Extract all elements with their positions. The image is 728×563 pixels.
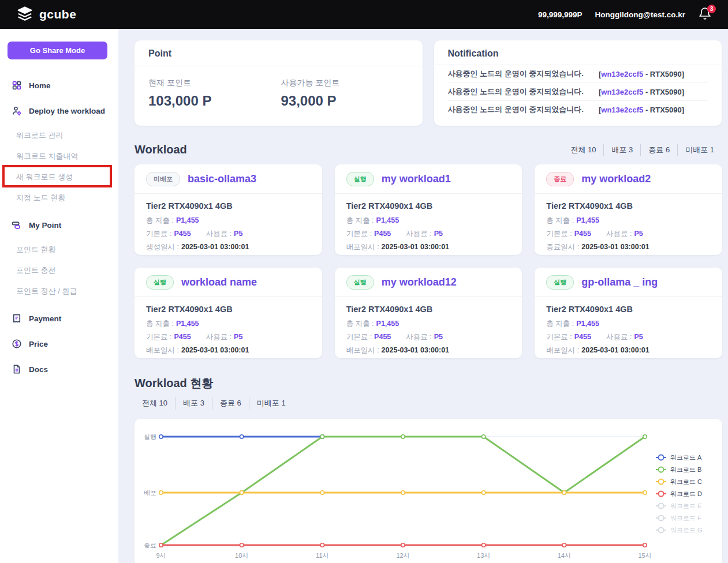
data-point-marker — [159, 435, 163, 438]
total-spend-row: 총 지출 :P1,455 — [546, 319, 711, 329]
filter-tab-s3[interactable]: 미배포 1 — [249, 397, 293, 410]
brand[interactable]: gcube — [16, 6, 76, 23]
sidebar-item-my-point[interactable]: My Point — [0, 214, 118, 236]
usage-fee-value: P5 — [234, 230, 242, 238]
filter-tab-s3[interactable]: 미배포 1 — [677, 144, 722, 156]
workload-card[interactable]: 종료my workload2Tier2 RTX4090x1 4GB총 지출 :P… — [535, 164, 722, 255]
workload-card[interactable]: 미배포basic-ollama3Tier2 RTX4090x1 4GB총 지출 … — [135, 164, 322, 255]
legend-item[interactable]: 워크로드 D — [656, 490, 702, 497]
workload-filter-tabs: 전체 10배포 3종료 6미배포 1 — [563, 144, 722, 156]
base-fee-value: P455 — [374, 333, 391, 341]
sidebar-item-label: My Point — [29, 221, 61, 230]
notification-message: 사용중인 노드의 운영이 중지되었습니다. — [448, 104, 584, 115]
base-fee-label: 기본료 : — [146, 333, 171, 341]
usage-fee-label: 사용료 : — [606, 230, 632, 238]
date-value: 2025-03-01 03:00:01 — [581, 346, 649, 354]
sidebar-item-workload-manage[interactable]: 워크로드 관리 — [0, 125, 118, 146]
legend-label: 워크로드 F — [670, 515, 701, 521]
deploy-submenu: 워크로드 관리 워크로드 지출내역 새 워크로드 생성 지정 노드 현황 — [0, 125, 118, 208]
total-spend-value: P1,455 — [176, 320, 199, 328]
workload-card-body: Tier2 RTX4090x1 4GB총 지출 :P1,455기본료 :P455… — [135, 297, 322, 366]
fees-row: 기본료 :P455사용료 :P5 — [146, 229, 311, 239]
date-row: 배포일시 :2025-03-01 03:00:01 — [346, 242, 511, 252]
base-fee-value: P455 — [574, 230, 591, 238]
data-point-marker — [481, 435, 485, 438]
filter-tab-all[interactable]: 전체 10 — [563, 144, 603, 156]
notification-bell-icon[interactable]: 3 — [698, 7, 713, 22]
workload-spec: Tier2 RTX4090x1 4GB — [146, 305, 311, 314]
workload-card-header: 실행my workload12 — [335, 268, 522, 297]
sidebar-item-deploy-workload[interactable]: Deploy the workload — [0, 100, 118, 122]
current-point-value: 103,000 P — [148, 93, 211, 109]
usage-fee-value: P5 — [434, 230, 443, 238]
workload-card[interactable]: 실행workload nameTier2 RTX4090x1 4GB총 지출 :… — [135, 268, 322, 358]
workload-card-body: Tier2 RTX4090x1 4GB총 지출 :P1,455기본료 :P455… — [535, 297, 722, 366]
legend-label: 워크로드 D — [670, 490, 702, 497]
base-fee-value: P455 — [374, 230, 391, 238]
date-label: 배포일시 : — [546, 346, 579, 354]
receipt-icon — [12, 313, 22, 324]
data-point-marker — [643, 491, 647, 494]
notification-row[interactable]: 사용중인 노드의 운영이 중지되었습니다.[wn13e2ccf5 - RTX50… — [448, 101, 708, 118]
workload-card[interactable]: 실행gp-ollama _ ingTier2 RTX4090x1 4GB총 지출… — [535, 268, 722, 358]
topbar-user-email[interactable]: Honggildong@test.co.kr — [595, 10, 685, 19]
data-point-marker — [481, 543, 485, 547]
sidebar-item-point-settlement[interactable]: 포인트 정산 / 환급 — [0, 281, 118, 302]
workload-card[interactable]: 실행my workload1Tier2 RTX4090x1 4GB총 지출 :P… — [335, 164, 522, 255]
total-spend-label: 총 지출 : — [346, 216, 374, 224]
main-content: Point 현재 포인트 103,000 P 사용가능 포인트 93,000 P… — [118, 29, 728, 563]
workload-spec: Tier2 RTX4090x1 4GB — [346, 201, 511, 211]
sidebar-item-point-charge[interactable]: 포인트 충전 — [0, 260, 118, 281]
workload-card[interactable]: 실행my workload12Tier2 RTX4090x1 4GB총 지출 :… — [335, 268, 522, 358]
data-point-marker — [159, 543, 163, 547]
total-spend-value: P1,455 — [376, 216, 400, 224]
usage-fee-label: 사용료 : — [406, 333, 431, 341]
data-point-marker — [562, 543, 566, 547]
total-spend-value: P1,455 — [576, 320, 599, 328]
notification-node-ref: [wn13e2ccf5 - RTX5090] — [599, 88, 684, 96]
status-badge: 종료 — [546, 172, 574, 186]
total-spend-value: P1,455 — [576, 216, 599, 224]
data-point-marker — [320, 435, 324, 438]
legend-item[interactable]: 워크로드 A — [656, 454, 702, 461]
filter-tab-s1[interactable]: 배포 3 — [603, 144, 640, 156]
notification-message: 사용중인 노드의 운영이 중지되었습니다. — [448, 69, 584, 79]
filter-tab-all[interactable]: 전체 10 — [135, 397, 175, 410]
sidebar-item-node-status[interactable]: 지정 노드 현황 — [0, 187, 118, 208]
notification-list: 사용중인 노드의 운영이 중지되었습니다.[wn13e2ccf5 - RTX50… — [434, 65, 722, 118]
legend-item[interactable]: 워크로드 C — [656, 478, 702, 485]
notification-node-ref: [wn13e2ccf5 - RTX5090] — [599, 70, 684, 78]
date-label: 배포일시 : — [146, 346, 179, 354]
legend-item[interactable]: 워크로드 G — [656, 527, 703, 534]
data-point-marker — [401, 435, 405, 438]
node-id: wn13e2ccf5 — [601, 106, 643, 114]
workload-name: my workload1 — [382, 173, 451, 185]
sidebar-item-docs[interactable]: Docs — [0, 358, 118, 380]
legend-item[interactable]: 워크로드 E — [656, 502, 701, 509]
sidebar-item-home[interactable]: Home — [0, 74, 118, 96]
workload-status-chart-card: 실행배포종료9시10시11시12시13시14시15시워크로드 A워크로드 B워크… — [135, 419, 722, 563]
sidebar-item-point-status[interactable]: 포인트 현황 — [0, 239, 118, 260]
sidebar-item-price[interactable]: Price — [0, 333, 118, 355]
total-spend-label: 총 지출 : — [546, 216, 574, 224]
sidebar-item-workload-spend-history[interactable]: 워크로드 지출내역 — [0, 146, 118, 167]
gcube-logo-icon — [16, 6, 33, 23]
legend-item[interactable]: 워크로드 B — [656, 466, 701, 473]
legend-item[interactable]: 워크로드 F — [656, 515, 701, 521]
available-point-label: 사용가능 포인트 — [281, 78, 339, 88]
go-share-mode-button[interactable]: Go Share Mode — [8, 42, 107, 59]
workload-section-title: Workload — [135, 143, 187, 156]
current-point: 현재 포인트 103,000 P — [148, 78, 211, 109]
notification-row[interactable]: 사용중인 노드의 운영이 중지되었습니다.[wn13e2ccf5 - RTX50… — [448, 83, 708, 101]
data-point-marker — [240, 543, 243, 547]
filter-tab-s2[interactable]: 종료 6 — [212, 397, 249, 410]
sidebar-item-label: Price — [29, 340, 48, 348]
sidebar-item-new-workload[interactable]: 새 워크로드 생성 — [0, 167, 118, 187]
sidebar-item-payment[interactable]: Payment — [0, 307, 118, 329]
x-axis-label: 15시 — [638, 552, 651, 559]
usage-fee-label: 사용료 : — [406, 230, 431, 238]
notification-row[interactable]: 사용중인 노드의 운영이 중지되었습니다.[wn13e2ccf5 - RTX50… — [448, 65, 708, 83]
filter-tab-s1[interactable]: 배포 3 — [175, 397, 212, 410]
date-row: 생성일시 :2025-03-01 03:00:01 — [146, 242, 311, 252]
filter-tab-s2[interactable]: 종료 6 — [640, 144, 677, 156]
